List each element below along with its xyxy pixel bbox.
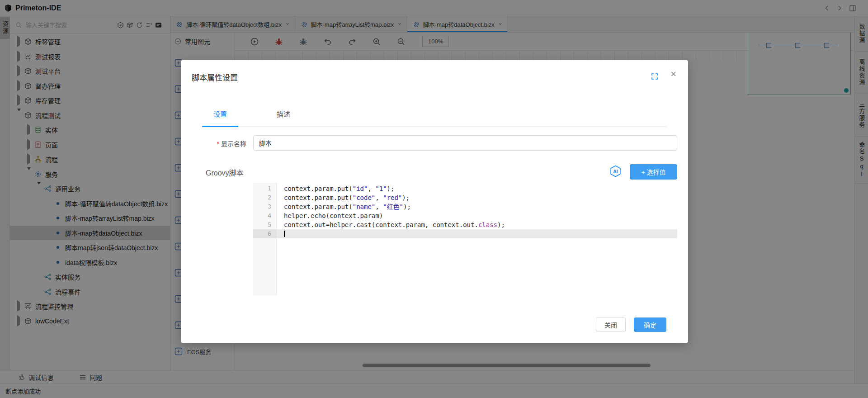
display-name-label: *显示名称 [181,139,246,148]
code-text [277,229,677,238]
line-number: 3 [253,202,277,211]
code-text: context.out=helper.cast(context.param, c… [277,220,677,229]
code-line[interactable]: 2context.param.put("code", "red"); [253,193,677,202]
line-number: 1 [253,184,277,193]
display-name-input[interactable] [253,135,677,151]
groovy-script-label: Groovy脚本 [206,167,244,178]
text-cursor [284,231,285,237]
required-asterisk: * [217,140,219,147]
line-number: 5 [253,220,277,229]
tab-settings[interactable]: 设置 [202,109,238,127]
code-text: context.param.put("code", "red"); [277,193,677,202]
select-value-button[interactable]: + 选择值 [630,164,677,180]
code-text: helper.echo(context.param) [277,211,677,220]
tab-description[interactable]: 描述 [265,109,302,127]
code-line[interactable]: 5context.out=helper.cast(context.param, … [253,220,677,229]
code-line[interactable]: 6 [253,229,677,238]
fullscreen-icon[interactable] [651,73,658,80]
dialog-title: 脚本属性设置 [192,71,238,83]
script-properties-dialog: 脚本属性设置 × 设置 描述 *显示名称 Groovy脚本 AI + 选择值 1… [181,60,688,343]
tabs-divider [202,126,667,127]
close-icon[interactable]: × [670,69,676,79]
dialog-tabs: 设置 描述 [202,109,302,127]
active-tab-indicator [202,126,238,127]
app-window: Primeton-IDE 资源 AI 标签管理测试报表测试平台督办管理库存管理流… [0,0,868,398]
svg-text:AI: AI [613,169,618,174]
close-button[interactable]: 关闭 [596,317,626,332]
code-line[interactable]: 4helper.echo(context.param) [253,211,677,220]
code-line[interactable]: 1context.param.put("id", "1"); [253,184,677,193]
code-text: context.param.put("id", "1"); [277,184,677,193]
line-number: 4 [253,211,277,220]
code-line[interactable]: 3context.param.put("name", "红色"); [253,202,677,211]
line-number: 6 [253,229,277,238]
ai-generate-icon[interactable]: AI [609,165,622,177]
groovy-code-editor[interactable]: 1context.param.put("id", "1");2context.p… [253,183,677,295]
code-text: context.param.put("name", "红色"); [277,202,677,211]
line-number: 2 [253,193,277,202]
ok-button[interactable]: 确定 [634,317,666,332]
